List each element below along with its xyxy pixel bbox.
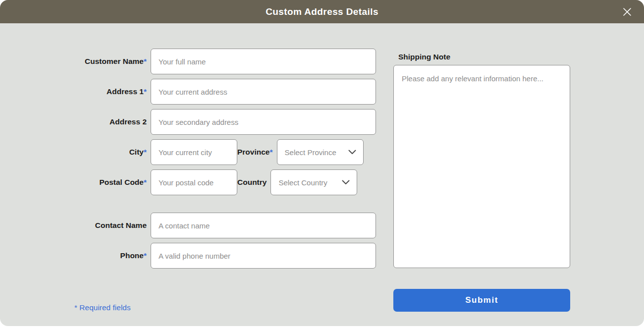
province-label: Province* <box>237 148 273 157</box>
customer-name-input[interactable] <box>151 49 376 74</box>
close-button[interactable] <box>620 4 635 19</box>
required-asterisk: * <box>269 148 272 156</box>
province-select[interactable]: Select Province <box>277 139 364 165</box>
contact-name-row: Contact Name <box>0 213 376 238</box>
shipping-note-label: Shipping Note <box>398 53 450 61</box>
customer-name-row: Customer Name* <box>0 49 376 74</box>
postal-country-row: Postal Code* Country Select Country <box>0 169 357 195</box>
postal-code-input[interactable] <box>151 169 237 195</box>
country-select[interactable]: Select Country <box>270 169 357 195</box>
custom-address-dialog: Custom Address Details Customer Name* Ad… <box>0 0 644 326</box>
required-fields-note: * Required fields <box>74 303 131 312</box>
address1-row: Address 1* <box>0 79 376 105</box>
city-input[interactable] <box>151 139 237 165</box>
required-asterisk: * <box>144 87 147 96</box>
address1-input[interactable] <box>151 79 376 105</box>
address1-label: Address 1* <box>0 87 147 96</box>
phone-input[interactable] <box>151 243 376 269</box>
shipping-note-textarea[interactable] <box>393 65 570 268</box>
required-asterisk: * <box>144 178 147 186</box>
required-asterisk: * <box>144 148 147 156</box>
dialog-header: Custom Address Details <box>0 0 644 23</box>
required-asterisk: * <box>144 251 147 260</box>
chevron-down-icon <box>348 148 356 157</box>
address2-label: Address 2 <box>0 117 147 126</box>
contact-name-input[interactable] <box>151 213 376 238</box>
city-label: City* <box>0 148 147 157</box>
city-province-row: City* Province* Select Province <box>0 139 364 165</box>
chevron-down-icon <box>342 178 350 187</box>
postal-code-label: Postal Code* <box>0 178 147 187</box>
address2-input[interactable] <box>151 109 376 135</box>
phone-row: Phone* <box>0 243 376 269</box>
phone-label: Phone* <box>0 251 147 260</box>
address2-row: Address 2 <box>0 109 376 135</box>
x-icon <box>623 7 632 16</box>
province-select-value: Select Province <box>285 148 336 157</box>
required-asterisk: * <box>144 57 147 65</box>
country-label: Country <box>237 178 267 187</box>
contact-name-label: Contact Name <box>0 221 147 230</box>
country-select-value: Select Country <box>278 178 327 187</box>
customer-name-label: Customer Name* <box>0 57 147 66</box>
dialog-title: Custom Address Details <box>266 6 378 17</box>
submit-button[interactable]: Submit <box>393 289 570 312</box>
